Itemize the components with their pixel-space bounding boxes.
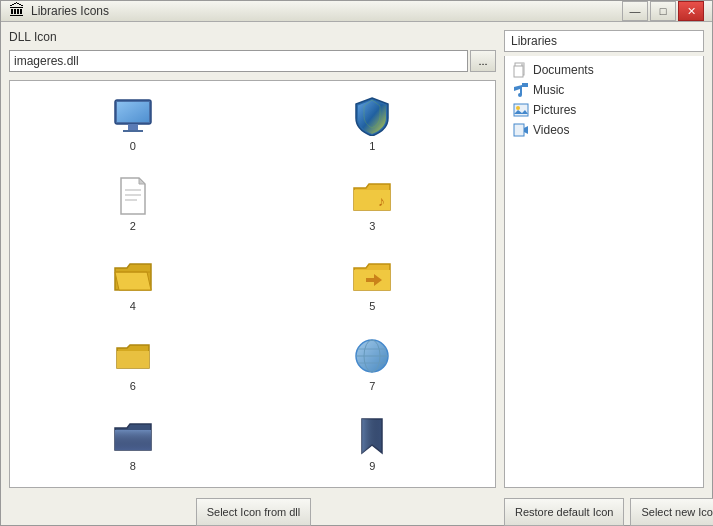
folder-music-icon: ♪: [352, 178, 392, 214]
svg-rect-4: [123, 130, 143, 132]
icon-item-9[interactable]: 9: [258, 409, 488, 479]
icon-item-0[interactable]: 0: [18, 89, 248, 159]
icon-1-label: 1: [369, 140, 375, 152]
icon-item-6[interactable]: 6: [18, 329, 248, 399]
dll-label: DLL Icon: [9, 30, 496, 44]
close-button[interactable]: ✕: [678, 1, 704, 21]
bottom-bar: Select Icon from dll Restore default Ico…: [9, 494, 704, 526]
svg-point-17: [516, 106, 520, 110]
icon-7-image: [352, 336, 392, 376]
select-file-button[interactable]: Select new Icon from file: [630, 498, 713, 526]
dll-input-row: ...: [9, 50, 496, 72]
icon-8-image: [113, 416, 153, 456]
pictures-label: Pictures: [533, 103, 576, 117]
document-icon: [117, 176, 149, 216]
videos-label: Videos: [533, 123, 569, 137]
icon-item-5[interactable]: 5: [258, 249, 488, 319]
folder-dark-icon: [113, 418, 153, 454]
bottom-right: Restore default Icon Select new Icon fro…: [504, 498, 704, 526]
folder-arrow-icon: [352, 258, 392, 294]
svg-rect-3: [128, 124, 138, 130]
svg-rect-16: [514, 104, 528, 116]
svg-rect-15: [514, 66, 523, 77]
icon-grid-container[interactable]: 0: [9, 80, 496, 488]
monitor-icon: [113, 98, 153, 134]
icon-4-image: [113, 256, 153, 296]
videos-icon: [513, 122, 529, 138]
icon-item-1[interactable]: 1: [258, 89, 488, 159]
minimize-button[interactable]: —: [622, 1, 648, 21]
window-icon: 🏛: [9, 2, 25, 20]
shield-icon: [354, 96, 390, 136]
folder-small-icon: [115, 340, 151, 372]
left-panel: DLL Icon ...: [9, 30, 496, 488]
browse-button[interactable]: ...: [470, 50, 496, 72]
icon-5-image: [352, 256, 392, 296]
maximize-button[interactable]: □: [650, 1, 676, 21]
icon-8-label: 8: [130, 460, 136, 472]
library-music[interactable]: Music: [509, 80, 699, 100]
library-documents[interactable]: Documents: [509, 60, 699, 80]
icon-item-3[interactable]: ♪ 3: [258, 169, 488, 239]
dll-input[interactable]: [9, 50, 468, 72]
icon-item-8[interactable]: 8: [18, 409, 248, 479]
window-title: Libraries Icons: [31, 4, 109, 18]
content-area: DLL Icon ...: [1, 22, 712, 526]
icon-9-label: 9: [369, 460, 375, 472]
icon-0-label: 0: [130, 140, 136, 152]
icon-2-label: 2: [130, 220, 136, 232]
icon-0-image: [113, 96, 153, 136]
select-dll-button[interactable]: Select Icon from dll: [196, 498, 312, 526]
icon-4-label: 4: [130, 300, 136, 312]
music-label: Music: [533, 83, 564, 97]
icon-item-4[interactable]: 4: [18, 249, 248, 319]
title-bar-buttons: — □ ✕: [622, 1, 704, 21]
icon-5-label: 5: [369, 300, 375, 312]
library-pictures[interactable]: Pictures: [509, 100, 699, 120]
svg-rect-18: [514, 124, 524, 136]
icon-3-image: ♪: [352, 176, 392, 216]
network-icon: [353, 337, 391, 375]
music-icon: [513, 82, 529, 98]
svg-rect-2: [117, 102, 149, 122]
icon-6-image: [113, 336, 153, 376]
main-area: DLL Icon ...: [9, 30, 704, 488]
icon-item-2[interactable]: 2: [18, 169, 248, 239]
title-bar: 🏛 Libraries Icons — □ ✕: [1, 1, 712, 22]
icon-9-image: [352, 416, 392, 456]
pictures-icon: [513, 102, 529, 118]
icon-6-label: 6: [130, 380, 136, 392]
icon-1-image: [352, 96, 392, 136]
title-bar-left: 🏛 Libraries Icons: [9, 2, 109, 20]
icon-item-7[interactable]: 7: [258, 329, 488, 399]
documents-icon: [513, 62, 529, 78]
icon-2-image: [113, 176, 153, 216]
svg-text:♪: ♪: [378, 193, 385, 209]
folder-open-icon: [113, 258, 153, 294]
library-videos[interactable]: Videos: [509, 120, 699, 140]
bookmark-icon: [360, 417, 384, 455]
icon-7-label: 7: [369, 380, 375, 392]
libraries-label: Libraries: [504, 30, 704, 52]
right-panel: Libraries Documents: [504, 30, 704, 488]
main-window: 🏛 Libraries Icons — □ ✕ DLL Icon ...: [0, 0, 713, 526]
bottom-left: Select Icon from dll: [9, 498, 498, 526]
restore-default-button[interactable]: Restore default Icon: [504, 498, 624, 526]
icon-3-label: 3: [369, 220, 375, 232]
icon-grid: 0: [10, 81, 495, 487]
documents-label: Documents: [533, 63, 594, 77]
libraries-list: Documents Music: [504, 56, 704, 488]
